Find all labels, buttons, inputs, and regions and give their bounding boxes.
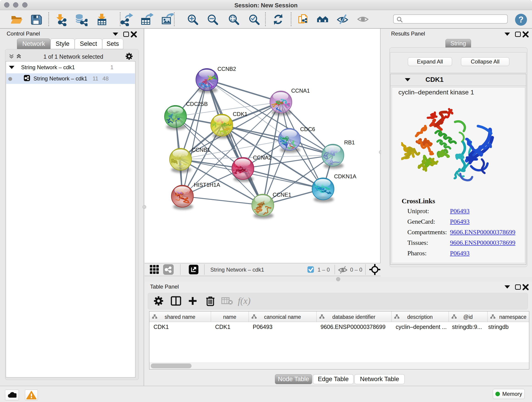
svg-text:CCNA1: CCNA1 <box>291 88 310 94</box>
svg-text:CDK1: CDK1 <box>233 111 247 117</box>
svg-text:RB1: RB1 <box>344 139 355 146</box>
svg-text:CCNE1: CCNE1 <box>273 191 291 198</box>
svg-text:CDC6: CDC6 <box>300 126 315 132</box>
svg-text:CCNB1: CCNB1 <box>191 147 210 153</box>
svg-text:HIST1H1A: HIST1H1A <box>194 182 220 188</box>
svg-text:CCNB2: CCNB2 <box>217 66 236 72</box>
svg-text:CCNA2: CCNA2 <box>253 154 272 161</box>
svg-text:CDC25B: CDC25B <box>186 101 208 107</box>
svg-text:CDKN1A: CDKN1A <box>334 173 356 179</box>
